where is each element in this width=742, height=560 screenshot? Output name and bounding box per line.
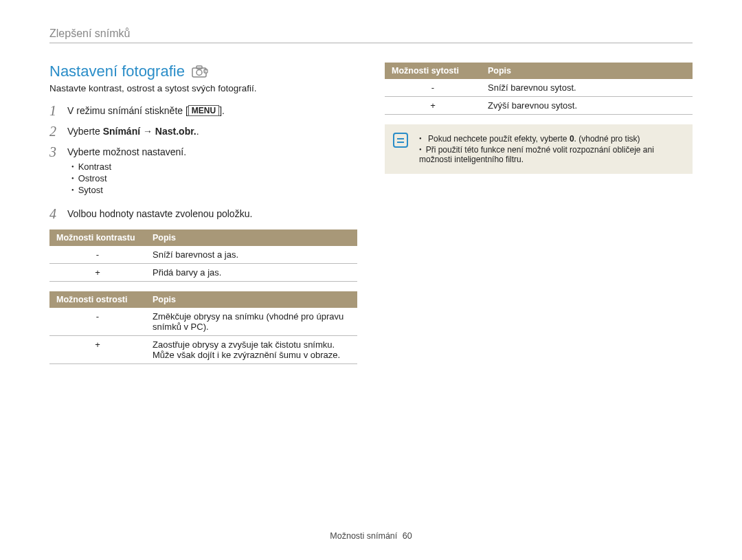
cell-key: - bbox=[49, 308, 146, 336]
page-footer: Možnosti snímání 60 bbox=[0, 531, 742, 541]
note-item-2: Při použití této funkce není možné volit… bbox=[419, 145, 683, 164]
sharpness-table: Možnosti ostrosti Popis - Změkčuje obrys… bbox=[49, 291, 357, 364]
note-box: Pokud nechcete použít efekty, vyberte 0.… bbox=[385, 124, 693, 174]
sharpness-th-desc: Popis bbox=[146, 291, 357, 308]
page-title: Nastavení fotografie bbox=[49, 63, 185, 80]
footer-section: Možnosti snímání bbox=[330, 531, 397, 541]
sub-item-sharpness: Ostrost bbox=[71, 173, 357, 183]
breadcrumb: Zlepšení snímků bbox=[49, 27, 693, 43]
step-3: 3 Vyberte možnost nastavení. Kontrast Os… bbox=[49, 144, 357, 201]
saturation-table: Možnosti sytosti Popis - Sníží barevnou … bbox=[385, 63, 693, 115]
cell-value: Zvýší barevnou sytost. bbox=[481, 97, 693, 115]
step-number: 4 bbox=[49, 206, 59, 221]
table-row: - Sníží barevnou sytost. bbox=[385, 79, 693, 97]
svg-rect-1 bbox=[196, 66, 202, 69]
step2-post: . bbox=[196, 126, 199, 137]
step1-pre: V režimu snímání stiskněte [ bbox=[67, 105, 188, 116]
step2-pre: Vyberte bbox=[67, 126, 103, 137]
page: Zlepšení snímků Nastavení fotografie P N… bbox=[0, 0, 742, 560]
contrast-table: Možnosti kontrastu Popis - Sníží barevno… bbox=[49, 229, 357, 282]
steps-list: 1 V režimu snímání stiskněte [MENU]. 2 V… bbox=[49, 103, 357, 221]
content-columns: Nastavení fotografie P Nastavte kontrast… bbox=[49, 63, 693, 374]
step3-sublist: Kontrast Ostrost Sytost bbox=[67, 161, 357, 195]
note-item-1: Pokud nechcete použít efekty, vyberte 0.… bbox=[419, 134, 683, 144]
svg-point-2 bbox=[196, 70, 202, 76]
step2-bold: Snímání → Nast.obr. bbox=[103, 126, 196, 137]
cell-value: Sníží barevnost a jas. bbox=[146, 246, 357, 264]
table-row: + Zaostřuje obrysy a zvyšuje tak čistotu… bbox=[49, 336, 357, 364]
footer-page-number: 60 bbox=[403, 531, 412, 541]
table-row: + Přidá barvy a jas. bbox=[49, 264, 357, 282]
cell-value: Zaostřuje obrysy a zvyšuje tak čistotu s… bbox=[146, 336, 357, 364]
cell-key: - bbox=[49, 246, 146, 264]
cell-value: Změkčuje obrysy na snímku (vhodné pro úp… bbox=[146, 308, 357, 336]
step-1: 1 V režimu snímání stiskněte [MENU]. bbox=[49, 103, 357, 118]
saturation-th-desc: Popis bbox=[481, 63, 693, 79]
heading-row: Nastavení fotografie P bbox=[49, 63, 357, 80]
cell-key: + bbox=[385, 97, 481, 115]
contrast-th-desc: Popis bbox=[146, 229, 357, 246]
sub-item-saturation: Sytost bbox=[71, 185, 357, 195]
step4-text: Volbou hodnoty nastavte zvolenou položku… bbox=[67, 208, 252, 219]
step-number: 2 bbox=[49, 124, 59, 139]
table-row: + Zvýší barevnou sytost. bbox=[385, 97, 693, 115]
step3-text: Vyberte možnost nastavení. bbox=[67, 146, 186, 157]
cell-value: Přidá barvy a jas. bbox=[146, 264, 357, 282]
right-column: Možnosti sytosti Popis - Sníží barevnou … bbox=[385, 63, 693, 374]
saturation-th-option: Možnosti sytosti bbox=[385, 63, 481, 79]
step-number: 1 bbox=[49, 103, 59, 118]
cell-key: + bbox=[49, 336, 146, 364]
step-2: 2 Vyberte Snímání → Nast.obr.. bbox=[49, 124, 357, 139]
left-column: Nastavení fotografie P Nastavte kontrast… bbox=[49, 63, 357, 374]
note-icon bbox=[393, 133, 408, 148]
sub-item-contrast: Kontrast bbox=[71, 161, 357, 172]
intro-text: Nastavte kontrast, ostrost a sytost svýc… bbox=[49, 83, 357, 93]
table-row: - Změkčuje obrysy na snímku (vhodné pro … bbox=[49, 308, 357, 336]
step-4: 4 Volbou hodnoty nastavte zvolenou polož… bbox=[49, 206, 357, 221]
step-number: 3 bbox=[49, 144, 59, 159]
cell-key: - bbox=[385, 79, 481, 97]
step1-post: ]. bbox=[219, 105, 225, 116]
table-row: - Sníží barevnost a jas. bbox=[49, 246, 357, 264]
sharpness-th-option: Možnosti ostrosti bbox=[49, 291, 146, 308]
cell-value: Sníží barevnou sytost. bbox=[481, 79, 693, 97]
cell-key: + bbox=[49, 264, 146, 282]
camera-icon: P bbox=[192, 65, 208, 78]
menu-button-label: MENU bbox=[188, 105, 219, 116]
contrast-th-option: Možnosti kontrastu bbox=[49, 229, 146, 246]
